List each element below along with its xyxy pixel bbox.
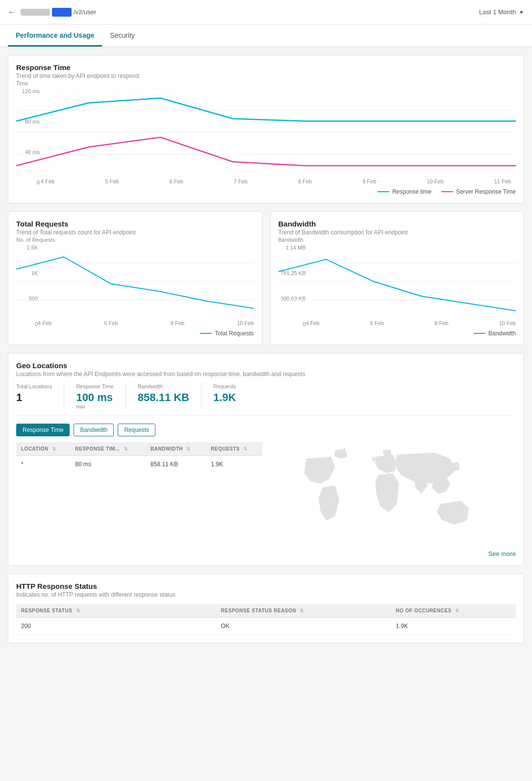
geo-col-location-sort-icon: ⇅ bbox=[52, 446, 56, 452]
geo-row-bandwidth: 858.11 KB bbox=[146, 456, 206, 473]
total-requests-svg bbox=[16, 245, 254, 318]
geo-stat-bandwidth-value: 858.11 KB bbox=[138, 391, 189, 404]
geo-col-bandwidth[interactable]: BANDWIDTH ⇅ bbox=[146, 442, 206, 456]
geo-tab-response-time[interactable]: Response Time bbox=[16, 424, 70, 436]
legend-bandwidth: Bandwidth bbox=[474, 330, 516, 337]
legend-bandwidth-line bbox=[474, 333, 485, 334]
bandwidth-x-axis: 4 Feb 6 Feb 8 Feb 10 Feb bbox=[306, 320, 516, 326]
geo-stat-response-sub: max bbox=[76, 404, 113, 409]
legend-response-time: Response time bbox=[378, 188, 431, 195]
total-requests-subtitle: Trend of Total requests count for API en… bbox=[16, 229, 254, 236]
total-requests-legend: Total Requests bbox=[16, 330, 254, 337]
world-map-svg bbox=[290, 442, 496, 545]
top-bar-left: ← /v2/user bbox=[8, 8, 96, 17]
top-bar: ← /v2/user Last 1 Month ▼ bbox=[0, 0, 532, 25]
geo-row-response-time: 80 ms bbox=[70, 456, 146, 473]
geo-col-response-time[interactable]: RESPONSE TIM... ⇅ bbox=[70, 442, 146, 456]
geo-col-response-sort-icon: ⇅ bbox=[124, 446, 128, 452]
tabs-bar: Performance and Usage Security bbox=[0, 25, 532, 47]
geo-col-location[interactable]: LOCATION ⇅ bbox=[16, 442, 70, 456]
http-col-occurrences[interactable]: NO OF OCCURENCES ⇅ bbox=[391, 604, 516, 618]
geo-col-requests-sort-icon: ⇅ bbox=[243, 446, 248, 452]
legend-server-response-time: Server Response Time bbox=[441, 188, 516, 195]
geo-table-row: * 80 ms 858.11 KB 1.9K bbox=[16, 456, 262, 473]
bandwidth-legend: Bandwidth bbox=[279, 330, 516, 337]
bandwidth-subtitle: Trend of Bandwidth consumption for API e… bbox=[279, 229, 516, 236]
http-row-occurrences: 1.9K bbox=[391, 618, 516, 635]
total-requests-y-label: No. of Requests bbox=[16, 237, 55, 243]
main-content: Response Time Trend of time taken by API… bbox=[0, 47, 532, 651]
geo-stat-requests: Requests 1.9K bbox=[213, 383, 248, 409]
http-col-reason[interactable]: RESPONSE STATUS REASON ⇅ bbox=[216, 604, 391, 618]
geo-stat-response-value: 100 ms bbox=[76, 391, 113, 404]
see-more-button[interactable]: See more bbox=[16, 545, 516, 557]
breadcrumb-path: /v2/user bbox=[74, 8, 96, 16]
bandwidth-y-label: Bandwidth bbox=[279, 237, 304, 243]
two-col-charts: Total Requests Trend of Total requests c… bbox=[8, 211, 524, 345]
total-requests-card: Total Requests Trend of Total requests c… bbox=[8, 211, 262, 345]
response-time-svg bbox=[16, 88, 516, 176]
tab-security[interactable]: Security bbox=[102, 25, 143, 47]
geo-tab-bandwidth[interactable]: Bandwidth bbox=[74, 424, 114, 436]
bandwidth-chart-wrapper: Bandwidth 1.14 MB 781.25 KB 390.63 KB 0 bbox=[279, 245, 516, 337]
total-requests-chart-wrapper: No. of Requests 1.5K 1K 500 0 bbox=[16, 245, 254, 337]
geo-row-requests: 1.9K bbox=[206, 456, 262, 473]
geo-row-location: * bbox=[16, 456, 70, 473]
total-requests-title: Total Requests bbox=[16, 220, 254, 228]
response-time-card: Response Time Trend of time taken by API… bbox=[8, 55, 524, 203]
tab-performance[interactable]: Performance and Usage bbox=[8, 25, 102, 47]
legend-total-requests-line bbox=[200, 333, 212, 334]
geo-tab-requests[interactable]: Requests bbox=[118, 424, 155, 436]
http-status-card: HTTP Response Status Indicates no. of HT… bbox=[8, 574, 524, 643]
geo-body: LOCATION ⇅ RESPONSE TIM... ⇅ BANDWIDTH ⇅ bbox=[16, 442, 516, 545]
geo-stat-locations-label: Total Locations bbox=[16, 383, 52, 389]
back-button[interactable]: ← bbox=[8, 8, 16, 17]
http-table-row: 200 OK 1.9K bbox=[16, 618, 516, 635]
geo-stat-response-label: Response Time bbox=[76, 383, 113, 389]
http-row-status: 200 bbox=[16, 618, 216, 635]
http-status-title: HTTP Response Status bbox=[16, 582, 516, 590]
geo-table-header-row: LOCATION ⇅ RESPONSE TIM... ⇅ BANDWIDTH ⇅ bbox=[16, 442, 262, 456]
response-time-chart-wrapper: Time 120 ms 80 ms 40 ms 0 bbox=[16, 88, 516, 195]
geo-stat-bandwidth: Bandwidth 858.11 KB bbox=[138, 383, 202, 409]
geo-col-bandwidth-sort-icon: ⇅ bbox=[186, 446, 191, 452]
breadcrumb: /v2/user bbox=[21, 8, 96, 17]
geo-table: LOCATION ⇅ RESPONSE TIM... ⇅ BANDWIDTH ⇅ bbox=[16, 442, 262, 473]
legend-response-time-line bbox=[378, 191, 389, 192]
response-time-y-label: Time bbox=[16, 80, 28, 86]
geo-stat-locations-value: 1 bbox=[16, 391, 52, 404]
geo-locations-card: Geo Locations Locations from where the A… bbox=[8, 353, 524, 566]
http-col-status[interactable]: RESPONSE STATUS ⇅ bbox=[16, 604, 216, 618]
geo-filter-tabs: Response Time Bandwidth Requests bbox=[16, 424, 516, 436]
top-bar-right[interactable]: Last 1 Month ▼ bbox=[479, 8, 524, 16]
bandwidth-card: Bandwidth Trend of Bandwidth consumption… bbox=[270, 211, 525, 345]
geo-col-requests[interactable]: REQUESTS ⇅ bbox=[206, 442, 262, 456]
response-time-legend: Response time Server Response Time bbox=[16, 188, 516, 195]
breadcrumb-tag bbox=[52, 8, 72, 17]
geo-stat-requests-value: 1.9K bbox=[213, 391, 236, 404]
http-col-occurrences-sort-icon: ⇅ bbox=[455, 608, 459, 613]
response-time-title: Response Time bbox=[16, 63, 516, 72]
world-map-wrap bbox=[270, 442, 516, 545]
date-range-label: Last 1 Month bbox=[479, 8, 516, 16]
breadcrumb-blur bbox=[21, 9, 50, 16]
response-time-x-axis: 4 Feb 5 Feb 6 Feb 7 Feb 8 Feb 9 Feb 10 F… bbox=[41, 178, 511, 184]
http-table-header-row: RESPONSE STATUS ⇅ RESPONSE STATUS REASON… bbox=[16, 604, 516, 618]
http-col-reason-sort-icon: ⇅ bbox=[300, 608, 304, 613]
http-status-subtitle: Indicates no. of HTTP requests with diff… bbox=[16, 591, 516, 598]
geo-title: Geo Locations bbox=[16, 361, 516, 370]
geo-stat-response: Response Time 100 ms max bbox=[76, 383, 126, 409]
http-status-table: RESPONSE STATUS ⇅ RESPONSE STATUS REASON… bbox=[16, 604, 516, 635]
geo-stat-locations: Total Locations 1 bbox=[16, 383, 64, 409]
bandwidth-svg bbox=[279, 245, 516, 318]
geo-stats: Total Locations 1 Response Time 100 ms m… bbox=[16, 383, 516, 416]
geo-stat-requests-label: Requests bbox=[213, 383, 236, 389]
legend-total-requests: Total Requests bbox=[200, 330, 253, 337]
geo-table-wrap: LOCATION ⇅ RESPONSE TIM... ⇅ BANDWIDTH ⇅ bbox=[16, 442, 262, 545]
date-range-dropdown-icon[interactable]: ▼ bbox=[519, 9, 524, 15]
http-row-reason: OK bbox=[216, 618, 391, 635]
total-requests-x-axis: 4 Feb 6 Feb 8 Feb 10 Feb bbox=[38, 320, 254, 326]
legend-server-response-time-line bbox=[441, 191, 453, 192]
http-col-status-sort-icon: ⇅ bbox=[76, 608, 80, 613]
geo-stat-bandwidth-label: Bandwidth bbox=[138, 383, 189, 389]
